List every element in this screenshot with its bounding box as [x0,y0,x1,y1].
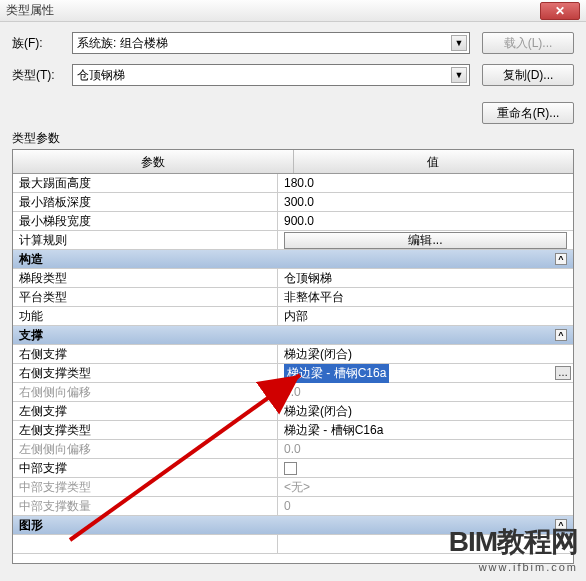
param-cell: 功能 [13,307,278,325]
type-select[interactable]: 仓顶钢梯 ▼ [72,64,470,86]
group-row-construction[interactable]: 构造^ [13,250,573,269]
param-cell: 左侧支撑类型 [13,421,278,439]
checkbox[interactable] [284,462,297,475]
table-row: 中部支撑 [13,459,573,478]
table-row-selected: 右侧支撑类型梯边梁 - 槽钢C16a… [13,364,573,383]
window-title: 类型属性 [6,2,540,19]
close-button[interactable]: ✕ [540,2,580,20]
group-row-support[interactable]: 支撑^ [13,326,573,345]
value-cell[interactable]: 内部 [278,307,573,325]
family-select[interactable]: 系统族: 组合楼梯 ▼ [72,32,470,54]
param-cell: 右侧支撑类型 [13,364,278,382]
value-cell: 0.0 [278,440,573,458]
value-cell[interactable]: 900.0 [278,212,573,230]
load-button[interactable]: 载入(L)... [482,32,574,54]
param-cell: 梯段类型 [13,269,278,287]
family-value: 系统族: 组合楼梯 [77,35,168,52]
table-row: 计算规则编辑... [13,231,573,250]
table-row: 中部支撑类型<无> [13,478,573,497]
value-cell[interactable] [278,459,573,477]
collapse-icon[interactable]: ^ [555,253,567,265]
table-row: 最大踢面高度180.0 [13,174,573,193]
collapse-icon[interactable]: ^ [555,329,567,341]
type-value: 仓顶钢梯 [77,67,125,84]
param-cell: 右侧侧向偏移 [13,383,278,401]
type-label: 类型(T): [12,67,72,84]
param-cell: 左侧侧向偏移 [13,440,278,458]
value-cell: 0 [278,497,573,515]
value-cell[interactable]: 300.0 [278,193,573,211]
table-row: 平台类型非整体平台 [13,288,573,307]
param-table: 参数 值 最大踢面高度180.0 最小踏板深度300.0 最小梯段宽度900.0… [12,149,574,564]
value-cell: 编辑... [278,231,573,249]
table-row: 左侧侧向偏移0.0 [13,440,573,459]
watermark-logo: BIM教程网 [449,523,578,561]
table-row: 右侧侧向偏移0.0 [13,383,573,402]
watermark: BIM教程网 www.ifbim.com [449,523,578,573]
param-cell: 平台类型 [13,288,278,306]
table-row: 左侧支撑梯边梁(闭合) [13,402,573,421]
header-value: 值 [294,150,574,173]
chevron-down-icon: ▼ [451,67,467,83]
value-cell[interactable]: 梯边梁(闭合) [278,345,573,363]
edit-button[interactable]: 编辑... [284,232,567,249]
form-area: 族(F): 系统族: 组合楼梯 ▼ 载入(L)... 类型(T): 仓顶钢梯 ▼… [0,22,586,102]
rename-button[interactable]: 重命名(R)... [482,102,574,124]
value-cell[interactable]: 180.0 [278,174,573,192]
param-cell: 右侧支撑 [13,345,278,363]
table-row: 功能内部 [13,307,573,326]
value-cell[interactable]: 梯边梁(闭合) [278,402,573,420]
param-cell: 计算规则 [13,231,278,249]
param-cell: 最小梯段宽度 [13,212,278,230]
param-cell: 中部支撑类型 [13,478,278,496]
selected-value: 梯边梁 - 槽钢C16a [284,364,389,383]
duplicate-button[interactable]: 复制(D)... [482,64,574,86]
chevron-down-icon: ▼ [451,35,467,51]
table-row: 最小梯段宽度900.0 [13,212,573,231]
value-cell: 0.0 [278,383,573,401]
value-cell[interactable]: 梯边梁 - 槽钢C16a [278,421,573,439]
param-cell: 最小踏板深度 [13,193,278,211]
header-param: 参数 [13,150,294,173]
table-row: 中部支撑数量0 [13,497,573,516]
param-cell: 左侧支撑 [13,402,278,420]
watermark-url: www.ifbim.com [449,561,578,573]
titlebar: 类型属性 ✕ [0,0,586,22]
table-row: 左侧支撑类型梯边梁 - 槽钢C16a [13,421,573,440]
value-cell[interactable]: 仓顶钢梯 [278,269,573,287]
table-row: 最小踏板深度300.0 [13,193,573,212]
table-row: 右侧支撑梯边梁(闭合) [13,345,573,364]
ellipsis-button[interactable]: … [555,366,571,380]
value-cell: <无> [278,478,573,496]
table-header: 参数 值 [13,150,573,174]
section-label: 类型参数 [12,130,586,147]
param-cell: 中部支撑 [13,459,278,477]
param-cell: 中部支撑数量 [13,497,278,515]
table-row: 梯段类型仓顶钢梯 [13,269,573,288]
value-cell[interactable]: 非整体平台 [278,288,573,306]
family-label: 族(F): [12,35,72,52]
param-cell: 最大踢面高度 [13,174,278,192]
close-icon: ✕ [555,4,565,18]
value-cell[interactable]: 梯边梁 - 槽钢C16a… [278,364,573,382]
